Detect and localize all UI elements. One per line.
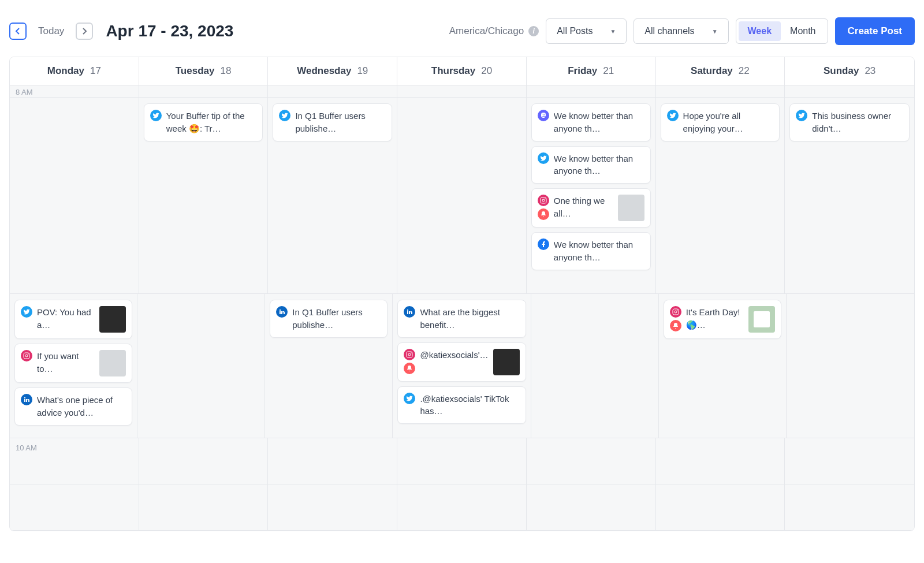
post-card[interactable]: One thing we all… <box>531 188 651 228</box>
twitter-icon <box>150 110 162 121</box>
day-name: Friday <box>568 65 597 76</box>
day-number: 20 <box>481 65 492 76</box>
svg-point-8 <box>411 352 412 353</box>
day-header: Thursday20 <box>397 57 527 85</box>
post-card[interactable]: .@katiexsocials' TikTok has… <box>397 386 526 424</box>
day-header: Monday17 <box>10 57 139 85</box>
post-text: @katiexsocials'… <box>420 349 488 361</box>
post-card[interactable]: This business owner didn't… <box>789 103 910 141</box>
post-text: We know better than anyone th… <box>554 110 644 135</box>
calendar-cell[interactable]: What are the biggest benefit…@katiexsoci… <box>393 294 531 438</box>
svg-point-1 <box>542 199 545 202</box>
channel-icon-stack <box>404 349 415 374</box>
post-card[interactable]: In Q1 Buffer users publishe… <box>273 103 392 141</box>
day-header: Wednesday19 <box>268 57 397 85</box>
post-card[interactable]: Hope you're all enjoying your… <box>661 103 780 141</box>
instagram-icon <box>538 195 549 206</box>
post-text: POV: You had a… <box>37 306 95 331</box>
svg-point-4 <box>25 355 28 357</box>
posts-filter-dropdown[interactable]: All Posts ▼ <box>546 18 627 44</box>
month-view-button[interactable]: Month <box>781 21 825 41</box>
time-row-9am: POV: You had a…If you want to…What's one… <box>10 294 914 438</box>
post-card[interactable]: Your Buffer tip of the week 🤩: Tr… <box>144 103 263 141</box>
time-row-spacer <box>10 85 914 98</box>
day-name: Saturday <box>691 65 733 76</box>
post-text: Hope you're all enjoying your… <box>683 110 774 135</box>
next-week-button[interactable] <box>76 23 93 40</box>
post-card[interactable]: If you want to… <box>14 344 132 383</box>
post-card[interactable]: It's Earth Day! 🌎… <box>664 300 781 339</box>
today-button[interactable]: Today <box>30 22 72 40</box>
day-name: Wednesday <box>297 65 351 76</box>
calendar-cell[interactable]: In Q1 Buffer users publishe… <box>268 98 397 293</box>
channel-icon-stack <box>538 238 549 250</box>
post-card[interactable]: We know better than anyone th… <box>531 232 651 270</box>
channel-icon-stack <box>279 110 290 121</box>
day-number: 22 <box>739 65 750 76</box>
calendar-cell[interactable] <box>787 294 914 438</box>
time-row-11am <box>10 484 914 531</box>
calendar-days-header: Monday17Tuesday18Wednesday19Thursday20Fr… <box>10 57 914 85</box>
posts-filter-label: All Posts <box>557 26 593 36</box>
facebook-icon <box>538 238 549 250</box>
channels-filter-dropdown[interactable]: All channels ▼ <box>634 18 728 44</box>
svg-point-5 <box>28 353 29 355</box>
post-text: We know better than anyone th… <box>554 152 644 178</box>
timezone-display: America/Chicago i <box>449 25 539 37</box>
linkedin-icon <box>21 394 32 405</box>
bell-icon <box>538 208 549 220</box>
calendar-cell[interactable]: It's Earth Day! 🌎… <box>659 294 787 438</box>
channel-icon-stack <box>404 306 415 318</box>
info-icon[interactable]: i <box>528 26 539 36</box>
calendar-header: Today Apr 17 - 23, 2023 America/Chicago … <box>0 0 924 57</box>
calendar-cell[interactable]: Your Buffer tip of the week 🤩: Tr… <box>139 98 269 293</box>
caret-down-icon: ▼ <box>610 28 616 35</box>
post-text: We know better than anyone th… <box>554 238 644 264</box>
bell-icon <box>404 363 415 374</box>
channels-filter-label: All channels <box>644 26 694 36</box>
day-number: 23 <box>865 65 875 76</box>
date-nav-group: Today <box>9 22 93 40</box>
channel-icon-stack <box>21 394 32 405</box>
week-view-button[interactable]: Week <box>739 21 781 41</box>
channel-icon-stack <box>404 393 415 404</box>
channel-icon-stack <box>538 110 549 121</box>
post-text: This business owner didn't… <box>812 110 903 135</box>
post-card[interactable]: What are the biggest benefit… <box>397 300 526 338</box>
mastodon-icon <box>538 110 549 121</box>
twitter-icon <box>667 110 679 121</box>
svg-point-7 <box>408 353 411 356</box>
calendar-cell[interactable] <box>397 98 527 293</box>
calendar-cell[interactable] <box>10 98 139 293</box>
calendar-cell[interactable]: Hope you're all enjoying your… <box>656 98 785 293</box>
post-card[interactable]: We know better than anyone th… <box>531 103 651 141</box>
post-card[interactable]: What's one piece of advice you'd… <box>14 387 132 426</box>
time-row-8am: Your Buffer tip of the week 🤩: Tr…In Q1 … <box>10 98 914 294</box>
calendar-cell[interactable]: We know better than anyone th…We know be… <box>527 98 656 293</box>
post-card[interactable]: POV: You had a… <box>14 300 132 339</box>
prev-week-button[interactable] <box>9 23 27 40</box>
view-toggle: Week Month <box>736 18 828 44</box>
post-thumbnail <box>493 349 520 375</box>
post-card[interactable]: In Q1 Buffer users publishe… <box>270 300 388 338</box>
create-post-button[interactable]: Create Post <box>835 17 915 45</box>
post-text: Your Buffer tip of the week 🤩: Tr… <box>166 110 257 135</box>
post-card[interactable]: @katiexsocials'… <box>397 342 526 382</box>
calendar-cell[interactable]: This business owner didn't… <box>785 98 914 293</box>
calendar-cell[interactable]: In Q1 Buffer users publishe… <box>265 294 393 438</box>
calendar-cell[interactable] <box>531 294 659 438</box>
calendar-grid: Monday17Tuesday18Wednesday19Thursday20Fr… <box>9 57 915 531</box>
arrow-left-icon <box>14 28 21 35</box>
svg-point-11 <box>677 310 678 311</box>
post-text: One thing we all… <box>554 195 613 220</box>
caret-down-icon: ▼ <box>712 28 718 35</box>
post-card[interactable]: We know better than anyone th… <box>531 146 651 184</box>
arrow-right-icon <box>81 28 88 35</box>
day-number: 19 <box>357 65 368 76</box>
calendar-cell[interactable] <box>137 294 265 438</box>
channel-icon-stack <box>538 152 549 164</box>
instagram-icon <box>404 349 415 360</box>
calendar-cell[interactable]: POV: You had a…If you want to…What's one… <box>10 294 137 438</box>
day-name: Tuesday <box>176 65 215 76</box>
post-text: It's Earth Day! 🌎… <box>686 306 744 331</box>
